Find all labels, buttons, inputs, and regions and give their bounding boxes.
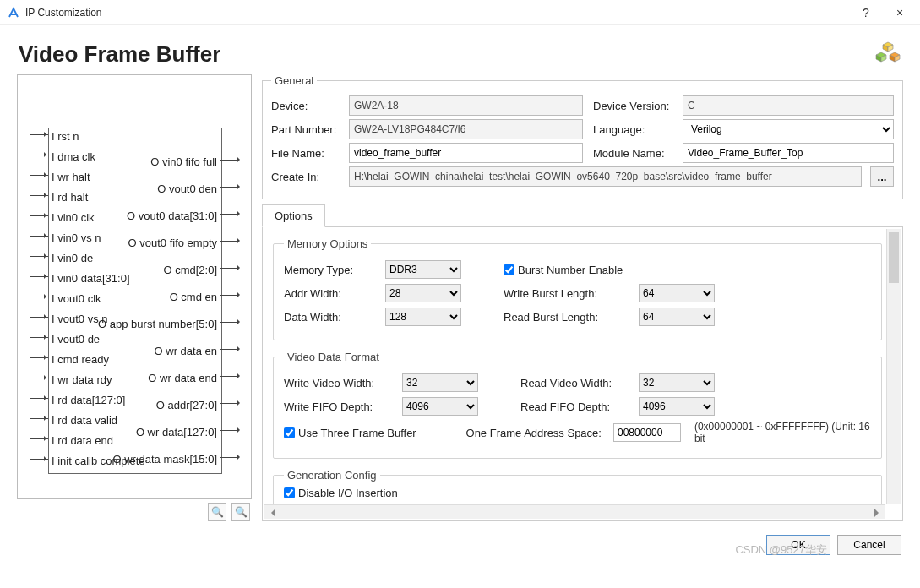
- dataw-label: Data Width:: [284, 311, 377, 324]
- create-label: Create In:: [271, 171, 344, 183]
- ofa-input[interactable]: [613, 423, 681, 442]
- port-arrow-out: [220, 430, 239, 431]
- window-title: IP Customization: [25, 7, 849, 19]
- port-label-out: O cmd[2:0]: [163, 264, 217, 276]
- memtype-label: Memory Type:: [284, 264, 377, 276]
- port-label-out: O wr data en: [155, 345, 217, 357]
- dataw-select[interactable]: 128: [385, 308, 461, 326]
- wbl-select[interactable]: 64: [639, 284, 715, 302]
- port-label-out: O app burst number[5:0]: [98, 318, 217, 330]
- port-arrow-out: [220, 349, 239, 350]
- vertical-scrollbar[interactable]: [886, 229, 901, 504]
- port-arrow-out: [220, 160, 239, 161]
- create-path: H:\helai_GOWIN_china\helai_test\helai_GO…: [349, 166, 862, 187]
- port-arrow-out: [220, 376, 239, 377]
- titlebar: IP Customization ? ×: [0, 0, 920, 25]
- port-label-out: O cmd en: [170, 291, 217, 303]
- port-arrow-out: [220, 322, 239, 323]
- wbl-label: Write Burst Length:: [504, 287, 630, 300]
- port-label-in: I vin0 de: [52, 252, 93, 264]
- port-label-in: I rst n: [52, 130, 79, 143]
- port-arrow-in: [30, 398, 48, 399]
- disable-io-box[interactable]: [284, 487, 295, 498]
- general-group: General Device: GW2A-18 Device Version: …: [262, 74, 903, 199]
- ofa-hint: (0x00000001 ~ 0xFFFFFFFF) (Unit: 16 bit: [694, 421, 871, 444]
- ok-button[interactable]: OK: [766, 535, 830, 555]
- video-group: Video Data Format Write Video Width: 32 …: [273, 351, 882, 459]
- rvw-label: Read Video Width:: [520, 377, 630, 389]
- wfd-label: Write FIFO Depth:: [284, 400, 394, 413]
- disable-io-check[interactable]: Disable I/O Insertion: [284, 487, 871, 499]
- port-arrow-in: [30, 317, 48, 318]
- file-label: File Name:: [271, 147, 344, 160]
- port-label-in: I wr halt: [52, 171, 90, 183]
- rbl-select[interactable]: 64: [639, 308, 715, 326]
- port-label-in: I rd data end: [52, 434, 113, 447]
- zoom-in-icon[interactable]: 🔍: [208, 503, 226, 521]
- port-arrow-out: [220, 214, 239, 215]
- burst-enable-check[interactable]: Burst Number Enable: [504, 264, 630, 276]
- port-label-in: I vout0 de: [52, 333, 100, 346]
- rfd-select[interactable]: 4096: [639, 397, 715, 416]
- tab-options[interactable]: Options: [262, 204, 325, 227]
- burst-enable-box[interactable]: [504, 264, 514, 275]
- help-button[interactable]: ?: [849, 0, 883, 25]
- ofa-label: One Frame Address Space:: [466, 427, 605, 439]
- app-icon: [7, 6, 20, 19]
- tabbar: Options: [262, 204, 903, 227]
- port-arrow-in: [30, 459, 48, 460]
- mod-label: Module Name:: [593, 147, 678, 160]
- wvw-label: Write Video Width:: [284, 377, 394, 389]
- port-arrow-out: [220, 187, 239, 188]
- diagram-panel: I rst nI dma clkI wr haltI rd haltI vin0…: [17, 74, 252, 521]
- port-arrow-in: [30, 438, 48, 439]
- wfd-select[interactable]: 4096: [402, 397, 478, 416]
- rbl-label: Read Burst Length:: [504, 311, 630, 324]
- port-arrow-in: [30, 175, 48, 176]
- addrw-select[interactable]: 28: [385, 284, 461, 302]
- three-frame-check[interactable]: Use Three Frame Buffer: [284, 427, 458, 439]
- port-label-in: I rd data valid: [52, 414, 117, 427]
- port-label-out: O vout0 data[31:0]: [127, 210, 217, 222]
- horizontal-scrollbar[interactable]: [264, 504, 885, 519]
- page-title: Video Frame Buffer: [19, 41, 874, 68]
- file-name-input[interactable]: [349, 143, 583, 163]
- devver-label: Device Version:: [593, 100, 678, 112]
- device-label: Device:: [271, 100, 344, 112]
- port-label-in: I rd data[127:0]: [52, 394, 125, 406]
- video-legend: Video Data Format: [284, 351, 383, 363]
- port-label-out: O wr data mask[15:0]: [112, 453, 217, 466]
- scroll-thumb[interactable]: [889, 232, 899, 283]
- port-arrow-in: [30, 215, 48, 216]
- rvw-select[interactable]: 32: [639, 373, 715, 392]
- module-name-input[interactable]: [683, 143, 894, 163]
- cancel-button[interactable]: Cancel: [837, 535, 901, 555]
- three-frame-box[interactable]: [284, 427, 295, 438]
- devver-value: C: [683, 95, 894, 116]
- close-button[interactable]: ×: [883, 0, 917, 25]
- port-arrow-out: [220, 268, 239, 269]
- cube-icon: [874, 41, 901, 68]
- general-legend: General: [271, 74, 317, 87]
- wvw-select[interactable]: 32: [402, 373, 478, 392]
- memtype-select[interactable]: DDR3: [385, 260, 461, 279]
- port-label-out: O wr data end: [148, 372, 217, 384]
- port-label-in: I dma clk: [52, 150, 95, 163]
- language-select[interactable]: Verilog: [683, 119, 894, 139]
- browse-button[interactable]: ...: [870, 166, 894, 187]
- gen-group: Generation Config Disable I/O Insertion: [273, 469, 882, 509]
- port-arrow-in: [30, 297, 48, 297]
- port-arrow-out: [220, 403, 239, 404]
- footer: OK Cancel: [0, 528, 920, 564]
- part-value: GW2A-LV18PG484C7/I6: [349, 119, 583, 139]
- header: Video Frame Buffer: [0, 25, 920, 74]
- port-arrow-out: [220, 295, 239, 296]
- zoom-out-icon[interactable]: 🔍: [231, 503, 250, 521]
- gen-legend: Generation Config: [284, 469, 380, 482]
- port-label-in: I vin0 vs n: [52, 231, 101, 244]
- port-arrow-in: [30, 256, 48, 257]
- addrw-label: Addr Width:: [284, 287, 377, 300]
- part-label: Part Number:: [271, 123, 344, 136]
- options-panel: Memory Options Memory Type: DDR3 Burst N…: [262, 227, 903, 521]
- port-label-out: O vout0 den: [157, 182, 217, 195]
